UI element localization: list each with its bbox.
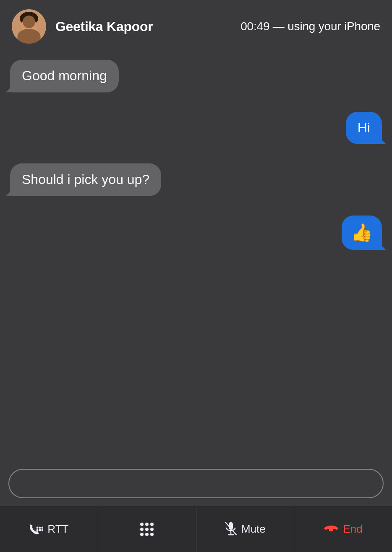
message-row: Good morning: [10, 60, 382, 92]
message-bubble-incoming: Should i pick you up?: [10, 163, 161, 196]
svg-point-11: [42, 529, 44, 531]
message-bubble-outgoing-emoji: 👍: [342, 216, 382, 250]
rtt-button[interactable]: RTT: [0, 506, 98, 552]
avatar-image: [12, 9, 46, 44]
svg-point-10: [39, 529, 41, 531]
message-row: Should i pick you up?: [10, 163, 382, 196]
message-row: Hi: [10, 112, 382, 145]
avatar: [12, 9, 46, 44]
end-call-icon: [324, 524, 339, 534]
svg-point-5: [16, 36, 42, 44]
chat-area: Good morning Hi Should i pick you up? 👍: [0, 51, 392, 463]
end-call-button[interactable]: End: [294, 506, 392, 552]
svg-point-8: [42, 526, 44, 528]
message-text: Good morning: [22, 68, 107, 83]
message-bubble-incoming: Good morning: [10, 60, 119, 92]
rtt-label: RTT: [47, 523, 68, 536]
call-status: 00:49 — using your iPhone: [240, 20, 380, 33]
end-label: End: [343, 523, 362, 536]
message-row: 👍: [10, 216, 382, 250]
message-text: Hi: [358, 120, 370, 135]
svg-point-4: [31, 24, 33, 26]
svg-point-7: [39, 526, 41, 528]
mute-icon: [225, 521, 237, 537]
message-text: 👍: [351, 223, 373, 242]
dialpad-button[interactable]: [98, 506, 196, 552]
message-bubble-outgoing: Hi: [346, 112, 382, 145]
svg-point-9: [37, 529, 39, 531]
svg-point-2: [21, 18, 37, 34]
svg-point-3: [26, 24, 28, 26]
mute-label: Mute: [241, 523, 266, 536]
contact-name: Geetika Kapoor: [55, 19, 240, 34]
svg-point-6: [37, 526, 39, 528]
input-area: [0, 463, 392, 506]
mute-button[interactable]: Mute: [196, 506, 295, 552]
message-input[interactable]: [8, 469, 384, 498]
rtt-icon: [29, 523, 43, 535]
call-toolbar: RTT: [0, 506, 392, 552]
call-header: Geetika Kapoor 00:49 — using your iPhone: [0, 0, 392, 51]
dialpad-icon: [140, 523, 154, 536]
message-text: Should i pick you up?: [22, 172, 149, 187]
